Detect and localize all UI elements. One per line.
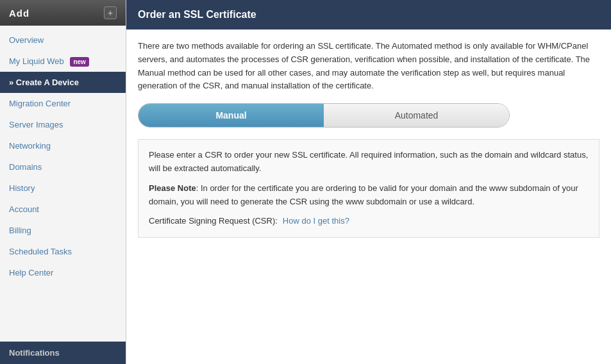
method-toggle-group: Manual Automated [138,103,510,128]
sidebar-item-label: Account [9,204,39,214]
sidebar-item-networking[interactable]: Networking [0,135,126,156]
main-body: There are two methods available for orde… [126,29,611,364]
sidebar-item-billing[interactable]: Billing [0,220,126,241]
sidebar-item-label: My Liquid Web [9,56,64,66]
csr-label: Certificate Signing Request (CSR): [149,215,278,228]
sidebar-item-my-liquid-web[interactable]: My Liquid Web new [0,51,126,72]
sidebar-item-label: Domains [9,162,42,172]
info-note: Please Note: In order for the certificat… [149,182,589,209]
sidebar-item-label: Networking [9,141,51,151]
main-content: Order an SSL Certificate There are two m… [126,0,611,364]
page-header: Order an SSL Certificate [126,0,611,29]
notifications-label: Notifications [9,348,60,358]
new-badge: new [70,57,88,67]
sidebar-item-server-images[interactable]: Server Images [0,114,126,135]
plus-icon: + [104,6,117,19]
sidebar-item-label: Server Images [9,120,63,129]
notifications-section: Notifications [0,342,126,364]
sidebar-item-overview[interactable]: Overview [0,29,126,51]
sidebar-item-label: » Create A Device [9,78,79,87]
sidebar-item-migration-center[interactable]: Migration Center [0,93,126,114]
sidebar-item-label: Overview [9,35,44,45]
info-line1: Please enter a CSR to order your new SSL… [149,149,589,176]
sidebar-item-label: Scheduled Tasks [9,247,72,256]
sidebar-item-scheduled-tasks[interactable]: Scheduled Tasks [0,241,126,262]
add-button-label: Add [9,8,29,19]
automated-toggle-button[interactable]: Automated [324,104,509,127]
sidebar-item-account[interactable]: Account [0,199,126,220]
manual-toggle-button[interactable]: Manual [138,104,324,127]
sidebar-item-history[interactable]: History [0,178,126,199]
sidebar-item-label: Billing [9,226,31,235]
sidebar-nav: Overview My Liquid Web new » Create A De… [0,26,126,342]
csr-row: Certificate Signing Request (CSR): How d… [149,215,589,228]
csr-help-link[interactable]: How do I get this? [283,215,349,228]
note-label: Please Note [149,183,196,193]
sidebar-item-help-center[interactable]: Help Center [0,262,126,283]
intro-paragraph: There are two methods available for orde… [138,40,599,93]
page-title: Order an SSL Certificate [138,9,256,20]
sidebar-item-label: Help Center [9,268,53,277]
sidebar-item-create-a-device[interactable]: » Create A Device [0,72,126,93]
sidebar-item-label: Migration Center [9,99,71,108]
sidebar-item-label: History [9,183,35,193]
sidebar-item-domains[interactable]: Domains [0,156,126,178]
info-box: Please enter a CSR to order your new SSL… [138,139,599,238]
sidebar: Add + Overview My Liquid Web new » Creat… [0,0,126,364]
add-button[interactable]: Add + [0,0,126,26]
note-text: : In order for the certificate you are o… [149,183,578,206]
